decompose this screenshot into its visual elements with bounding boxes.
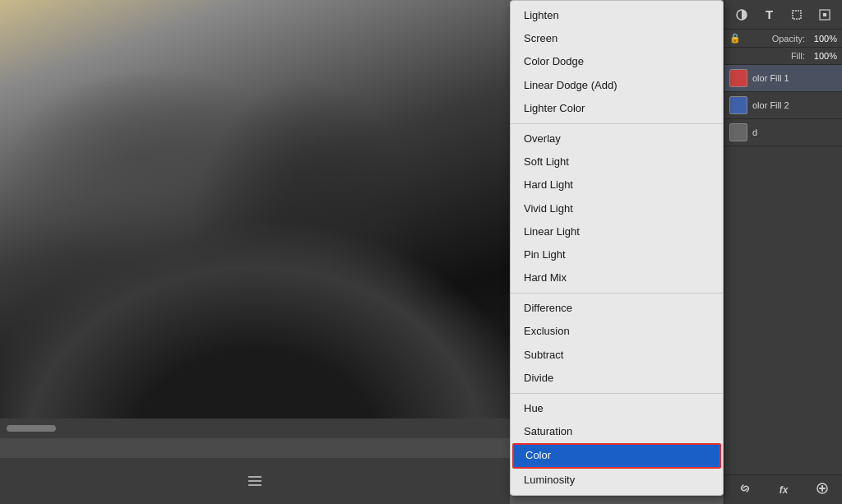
blend-mode-subtract[interactable]: Subtract bbox=[511, 344, 723, 367]
blend-mode-group-difference: Difference Exclusion Subtract Divide bbox=[511, 294, 723, 394]
canvas-image bbox=[0, 0, 510, 419]
blend-mode-screen[interactable]: Screen bbox=[511, 27, 723, 50]
fill-label: Fill: bbox=[729, 51, 805, 61]
opacity-row: 🔒 Opacity: 100% bbox=[724, 30, 842, 48]
fill-row: Fill: 100% bbox=[724, 48, 842, 65]
layer-item-0[interactable]: olor Fill 1 bbox=[724, 65, 842, 92]
new-layer-icon[interactable] bbox=[816, 482, 829, 497]
blend-mode-divide[interactable]: Divide bbox=[511, 367, 723, 390]
blend-mode-hard-light[interactable]: Hard Light bbox=[511, 173, 723, 197]
blend-mode-hue[interactable]: Hue bbox=[511, 397, 723, 420]
blend-mode-lighten[interactable]: Lighten bbox=[511, 4, 723, 27]
blend-mode-overlay[interactable]: Overlay bbox=[511, 127, 723, 150]
canvas-area bbox=[0, 0, 510, 504]
blend-mode-vivid-light[interactable]: Vivid Light bbox=[511, 197, 723, 220]
link-icon[interactable] bbox=[738, 482, 752, 497]
canvas-footer bbox=[0, 458, 510, 504]
rect-select-icon[interactable] bbox=[787, 5, 807, 25]
blend-mode-dropdown: Lighten Screen Color Dodge Linear Dodge … bbox=[510, 0, 724, 496]
blend-mode-saturation[interactable]: Saturation bbox=[511, 420, 723, 443]
blend-mode-linear-light[interactable]: Linear Light bbox=[511, 220, 723, 243]
blend-mode-lighter-color[interactable]: Lighter Color bbox=[511, 97, 723, 120]
layer-thumbnail-0 bbox=[729, 69, 747, 87]
blend-mode-hard-mix[interactable]: Hard Mix bbox=[511, 266, 723, 289]
lock-icon: 🔒 bbox=[729, 33, 741, 44]
layer-name-0: olor Fill 1 bbox=[752, 73, 837, 83]
blend-mode-exclusion[interactable]: Exclusion bbox=[511, 320, 723, 343]
layer-thumbnail-1 bbox=[729, 96, 747, 114]
layer-item-1[interactable]: olor Fill 2 bbox=[724, 92, 842, 119]
svg-rect-1 bbox=[793, 11, 801, 19]
blend-mode-linear-dodge[interactable]: Linear Dodge (Add) bbox=[511, 74, 723, 97]
svg-rect-3 bbox=[823, 13, 826, 16]
panel-bottom-bar: fx bbox=[724, 474, 842, 504]
blend-mode-luminosity[interactable]: Luminosity bbox=[511, 469, 723, 492]
fill-value[interactable]: 100% bbox=[808, 51, 837, 61]
blend-mode-color[interactable]: Color bbox=[512, 443, 721, 468]
transform-icon[interactable] bbox=[815, 5, 835, 25]
opacity-label: Opacity: bbox=[744, 34, 805, 44]
canvas-scroll-bar bbox=[0, 418, 510, 438]
opacity-value[interactable]: 100% bbox=[808, 34, 837, 44]
fx-icon[interactable]: fx bbox=[780, 484, 789, 496]
blend-mode-group-color: Hue Saturation Color Luminosity bbox=[511, 394, 723, 495]
hamburger-icon[interactable] bbox=[248, 476, 261, 486]
circle-half-icon[interactable] bbox=[732, 5, 752, 25]
svg-rect-6 bbox=[819, 488, 826, 489]
layer-thumbnail-2 bbox=[729, 123, 747, 141]
blend-mode-group-lighten: Lighten Screen Color Dodge Linear Dodge … bbox=[511, 1, 723, 124]
layer-item-2[interactable]: d bbox=[724, 119, 842, 146]
layer-name-2: d bbox=[752, 127, 837, 137]
panel-toolbar: T bbox=[724, 0, 842, 30]
blend-mode-pin-light[interactable]: Pin Light bbox=[511, 243, 723, 266]
text-tool-icon[interactable]: T bbox=[760, 5, 780, 25]
blend-mode-group-overlay: Overlay Soft Light Hard Light Vivid Ligh… bbox=[511, 124, 723, 294]
blend-mode-color-dodge[interactable]: Color Dodge bbox=[511, 50, 723, 73]
layer-name-1: olor Fill 2 bbox=[752, 100, 837, 110]
right-panel: T 🔒 Opacity: 100% Fill: 100% olor Fill 1… bbox=[724, 0, 842, 504]
blend-mode-difference[interactable]: Difference bbox=[511, 297, 723, 320]
blend-mode-soft-light[interactable]: Soft Light bbox=[511, 150, 723, 173]
scroll-thumb[interactable] bbox=[7, 425, 56, 432]
